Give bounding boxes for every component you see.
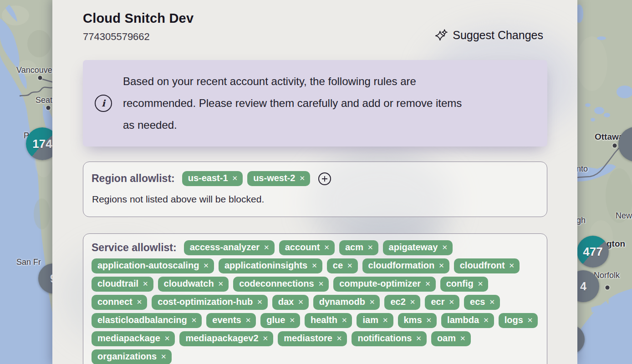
map-cluster-marker[interactable]: 477 xyxy=(577,236,609,268)
service-tag-label: ec2 xyxy=(390,296,405,308)
tag-remove-icon[interactable]: ✕ xyxy=(341,316,347,325)
service-tag: account✕ xyxy=(279,240,335,255)
tag-remove-icon[interactable]: ✕ xyxy=(509,261,515,270)
tag-remove-icon[interactable]: ✕ xyxy=(203,261,209,270)
tag-remove-icon[interactable]: ✕ xyxy=(425,279,431,288)
service-tag-label: cloudformation xyxy=(368,260,435,271)
tag-remove-icon[interactable]: ✕ xyxy=(257,298,263,307)
tag-remove-icon[interactable]: ✕ xyxy=(263,334,269,343)
service-tag-label: organizations xyxy=(97,351,157,362)
service-tag: access-analyzer✕ xyxy=(184,240,275,255)
tag-remove-icon[interactable]: ✕ xyxy=(232,174,238,183)
service-tag: applicationinsights✕ xyxy=(219,258,322,273)
service-tag-label: connect xyxy=(97,296,133,308)
tag-remove-icon[interactable]: ✕ xyxy=(382,316,388,325)
map-city-label: gton xyxy=(607,239,625,249)
tag-remove-icon[interactable]: ✕ xyxy=(449,298,454,307)
service-tag: dynamodb✕ xyxy=(313,295,380,310)
region-blocked-note: Regions not listed above will be blocked… xyxy=(92,194,539,205)
service-tag: cloudformation✕ xyxy=(362,258,449,273)
recommendation-notice: i Based on your recent account activity,… xyxy=(83,60,547,147)
tag-remove-icon[interactable]: ✕ xyxy=(218,279,224,288)
service-tag: organizations✕ xyxy=(92,349,172,364)
region-tag: us-east-1✕ xyxy=(182,171,243,186)
service-tag-label: cloudwatch xyxy=(164,278,214,289)
service-tag: cloudwatch✕ xyxy=(158,277,229,292)
service-tag: acm✕ xyxy=(339,240,378,255)
service-tag-label: cloudtrail xyxy=(97,278,138,289)
service-tag-label: codeconnections xyxy=(239,278,314,289)
service-allowlist-label: Service allowlist: xyxy=(92,242,177,254)
region-allowlist-label: Region allowlist: xyxy=(92,172,175,185)
account-detail-panel: Cloud Snitch Dev 774305579662 Suggest Ch… xyxy=(52,0,577,364)
service-tag-label: lambda xyxy=(447,314,479,326)
service-tag: ecs✕ xyxy=(464,295,500,310)
tag-remove-icon[interactable]: ✕ xyxy=(438,261,444,270)
service-tag: lambda✕ xyxy=(441,313,494,328)
tag-remove-icon[interactable]: ✕ xyxy=(137,298,143,307)
tag-remove-icon[interactable]: ✕ xyxy=(191,316,197,325)
service-tag: config✕ xyxy=(440,277,489,292)
tag-remove-icon[interactable]: ✕ xyxy=(416,334,422,343)
tag-remove-icon[interactable]: ✕ xyxy=(298,298,304,307)
tag-remove-icon[interactable]: ✕ xyxy=(318,279,324,288)
service-tag: application-autoscaling✕ xyxy=(92,258,214,273)
service-tag: notifications✕ xyxy=(352,331,426,346)
service-tag-label: cost-optimization-hub xyxy=(158,296,253,308)
suggest-changes-label: Suggest Changes xyxy=(453,29,543,42)
tag-remove-icon[interactable]: ✕ xyxy=(161,352,167,361)
tag-remove-icon[interactable]: ✕ xyxy=(483,316,489,325)
service-tag-label: cloudfront xyxy=(460,260,505,271)
tag-remove-icon[interactable]: ✕ xyxy=(264,243,270,252)
tag-remove-icon[interactable]: ✕ xyxy=(460,334,466,343)
tag-remove-icon[interactable]: ✕ xyxy=(143,279,148,288)
tag-remove-icon[interactable]: ✕ xyxy=(324,243,330,252)
tag-remove-icon[interactable]: ✕ xyxy=(347,261,353,270)
tag-remove-icon[interactable]: ✕ xyxy=(164,334,170,343)
tag-remove-icon[interactable]: ✕ xyxy=(289,316,295,325)
service-tag-label: dax xyxy=(278,296,294,308)
tag-remove-icon[interactable]: ✕ xyxy=(527,316,533,325)
tag-remove-icon[interactable]: ✕ xyxy=(311,261,317,270)
tag-remove-icon[interactable]: ✕ xyxy=(442,243,448,252)
tag-remove-icon[interactable]: ✕ xyxy=(489,298,495,307)
service-tag-label: apigateway xyxy=(389,242,438,253)
notice-text: Based on your recent account activity, t… xyxy=(123,71,462,136)
service-tag: ec2✕ xyxy=(384,295,420,310)
service-tag-label: account xyxy=(285,242,320,253)
service-tag-label: logs xyxy=(505,314,523,326)
tag-remove-icon[interactable]: ✕ xyxy=(369,298,375,307)
service-tag-label: mediapackagev2 xyxy=(185,333,258,344)
tag-remove-icon[interactable]: ✕ xyxy=(336,334,342,343)
map-city-dot xyxy=(613,144,617,148)
service-tag-label: notifications xyxy=(357,333,412,344)
service-tag-label: config xyxy=(446,278,474,289)
service-tag-label: mediapackage xyxy=(97,333,160,344)
service-tag: elasticloadbalancing✕ xyxy=(92,313,202,328)
service-tag: compute-optimizer✕ xyxy=(333,277,435,292)
service-tag: events✕ xyxy=(206,313,256,328)
service-tag: codeconnections✕ xyxy=(233,277,329,292)
map-city-label: gh xyxy=(576,216,586,225)
tag-remove-icon[interactable]: ✕ xyxy=(367,243,373,252)
suggest-changes-button[interactable]: Suggest Changes xyxy=(433,28,546,42)
tag-remove-icon[interactable]: ✕ xyxy=(410,298,416,307)
service-tag: apigateway✕ xyxy=(383,240,453,255)
tag-remove-icon[interactable]: ✕ xyxy=(478,279,484,288)
service-tag: kms✕ xyxy=(398,313,437,328)
service-tag-label: health xyxy=(311,314,337,326)
tag-remove-icon[interactable]: ✕ xyxy=(245,316,251,325)
map-city-dot xyxy=(38,76,42,80)
add-region-button[interactable] xyxy=(318,172,331,186)
service-tag: iam✕ xyxy=(357,313,393,328)
service-tag-label: iam xyxy=(362,314,378,326)
map-city-dot xyxy=(46,106,51,110)
service-tag: cloudtrail✕ xyxy=(92,277,153,292)
service-tag-label: ce xyxy=(333,260,343,271)
service-tag: mediastore✕ xyxy=(278,331,347,346)
map-city-label: New xyxy=(616,211,632,221)
service-tag-label: mediastore xyxy=(284,333,332,344)
tag-remove-icon[interactable]: ✕ xyxy=(299,174,305,183)
tag-remove-icon[interactable]: ✕ xyxy=(426,316,432,325)
service-tag: logs✕ xyxy=(499,313,538,328)
